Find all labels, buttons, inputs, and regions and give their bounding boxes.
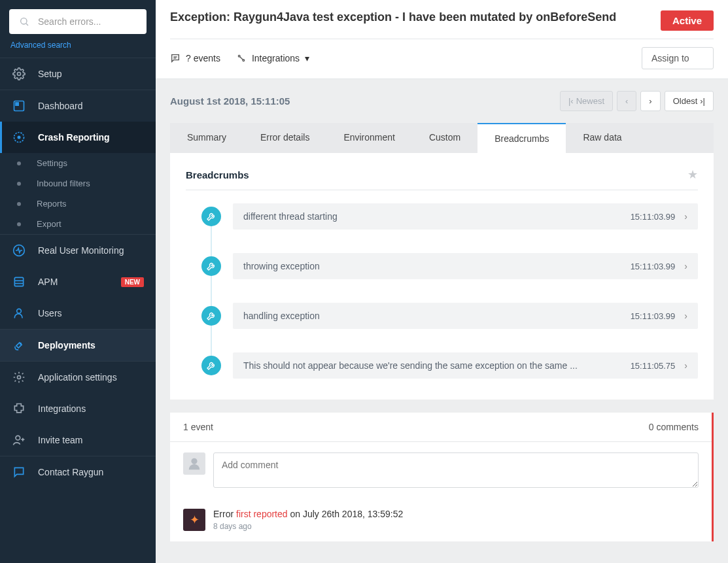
breadcrumb-item[interactable]: different thread starting 15:11:03.99 ›	[233, 203, 698, 230]
advanced-search-link[interactable]: Advanced search	[0, 38, 156, 58]
tab-error-details[interactable]: Error details	[243, 123, 326, 153]
avatar	[183, 452, 205, 475]
tab-summary[interactable]: Summary	[170, 123, 243, 153]
sidebar-item-deployments[interactable]: Deployments	[0, 330, 156, 361]
breadcrumb-time: 15:11:05.75	[631, 361, 676, 371]
tab-custom[interactable]: Custom	[412, 123, 477, 153]
sidebar-sub-settings[interactable]: Settings	[0, 153, 156, 173]
timeline-line	[211, 215, 212, 367]
sidebar-item-crash-reporting[interactable]: Crash Reporting	[0, 122, 156, 153]
sidebar-item-users[interactable]: Users	[0, 298, 156, 329]
sidebar-item-label: Contact Raygun	[38, 467, 103, 477]
tab-raw-data[interactable]: Raw data	[566, 123, 638, 153]
sidebar-sub-reports[interactable]: Reports	[0, 194, 156, 214]
dot-icon	[17, 182, 21, 186]
chevron-right-icon: ›	[684, 360, 687, 371]
assign-to-select[interactable]: Assign to	[642, 47, 714, 69]
new-badge: NEW	[121, 277, 144, 287]
event-ago: 8 days ago	[213, 522, 403, 531]
dot-icon	[17, 222, 21, 226]
sidebar-item-invite[interactable]: Invite team	[0, 424, 156, 456]
tabs: Summary Error details Environment Custom…	[170, 123, 714, 153]
events-toggle[interactable]: ? events	[170, 53, 220, 63]
comments-panel: 1 event 0 comments ✦ Error first reporte…	[170, 413, 714, 541]
wrench-icon	[201, 256, 221, 276]
dot-icon	[17, 162, 21, 165]
breadcrumb-item[interactable]: throwing exception 15:11:03.99 ›	[233, 253, 698, 279]
sidebar-item-rum[interactable]: Real User Monitoring	[0, 235, 156, 266]
status-pill[interactable]: Active	[661, 10, 714, 31]
first-icon: |‹	[568, 96, 574, 106]
prev-button: ‹	[617, 91, 636, 111]
wrench-icon	[201, 207, 221, 226]
puzzle-icon	[12, 401, 26, 416]
header: Exception: Raygun4Java test exception - …	[156, 0, 728, 79]
sidebar-item-label: Invite team	[38, 435, 82, 445]
wrench-icon	[201, 356, 221, 375]
sidebar-item-app-settings[interactable]: Application settings	[0, 362, 156, 393]
breadcrumb-row: This should not appear because we're sen…	[201, 352, 698, 379]
sidebar: Advanced search Setup Dashboard Crash	[0, 0, 156, 563]
sidebar-item-contact[interactable]: Contact Raygun	[0, 456, 156, 488]
last-icon: ›|	[700, 96, 705, 106]
first-reported-link[interactable]: first reported	[236, 509, 288, 519]
comment-count: 0 comments	[649, 422, 699, 432]
search-input[interactable]	[38, 16, 152, 27]
dot-icon	[17, 202, 21, 206]
newest-button: |‹ Newest	[560, 91, 613, 111]
sidebar-item-dashboard[interactable]: Dashboard	[0, 90, 156, 122]
users-icon	[12, 306, 26, 320]
breadcrumb-row: handling exception 15:11:03.99 ›	[201, 303, 698, 329]
raygun-icon: ✦	[183, 509, 205, 531]
breadcrumbs-panel: Breadcrumbs ★ different thread starting …	[170, 153, 714, 400]
next-button[interactable]: ›	[640, 91, 660, 111]
tab-breadcrumbs[interactable]: Breadcrumbs	[477, 123, 566, 153]
svg-point-0	[21, 18, 27, 24]
sidebar-item-apm[interactable]: APM NEW	[0, 266, 156, 298]
svg-point-22	[191, 458, 197, 464]
oldest-button[interactable]: Oldest ›|	[665, 91, 714, 111]
layers-icon	[12, 275, 26, 289]
sidebar-item-label: Dashboard	[38, 101, 83, 111]
sidebar-item-label: Integrations	[38, 403, 86, 414]
chevron-left-icon: ‹	[625, 96, 628, 106]
sidebar-item-integrations[interactable]: Integrations	[0, 393, 156, 424]
event-text: Error first reported on July 26th 2018, …	[213, 509, 403, 519]
svg-line-21	[240, 57, 243, 60]
chevron-right-icon: ›	[684, 211, 687, 222]
chevron-right-icon: ›	[649, 96, 651, 106]
breadcrumb-item[interactable]: This should not appear because we're sen…	[233, 352, 698, 379]
chevron-right-icon: ›	[684, 261, 687, 271]
svg-point-13	[18, 376, 21, 379]
svg-rect-4	[16, 103, 18, 105]
breadcrumb-item[interactable]: handling exception 15:11:03.99 ›	[233, 303, 698, 329]
dashboard-icon	[12, 99, 26, 113]
breadcrumb-row: throwing exception 15:11:03.99 ›	[201, 253, 698, 279]
page-title: Exception: Raygun4Java test exception - …	[170, 10, 651, 24]
breadcrumb-message: different thread starting	[243, 211, 621, 222]
search-box[interactable]	[9, 9, 147, 34]
gear-icon	[12, 370, 26, 384]
sidebar-sub-export[interactable]: Export	[0, 214, 156, 234]
comment-input[interactable]	[213, 452, 699, 488]
integrations-dropdown[interactable]: Integrations ▾	[236, 53, 309, 63]
main-content: Exception: Raygun4Java test exception - …	[156, 0, 728, 563]
sidebar-item-setup[interactable]: Setup	[0, 58, 156, 90]
svg-point-20	[243, 60, 245, 61]
chevron-right-icon: ›	[684, 311, 687, 321]
chevron-down-icon: ▾	[305, 53, 309, 63]
breadcrumb-time: 15:11:03.99	[631, 262, 676, 271]
breadcrumb-time: 15:11:03.99	[631, 212, 676, 222]
comment-icon	[170, 53, 181, 63]
tab-environment[interactable]: Environment	[326, 123, 412, 153]
star-icon[interactable]: ★	[687, 167, 698, 182]
svg-point-12	[20, 343, 22, 345]
sidebar-sub-inbound-filters[interactable]: Inbound filters	[0, 173, 156, 194]
sidebar-item-label: Users	[38, 308, 62, 318]
svg-point-2	[18, 73, 21, 76]
breadcrumb-message: handling exception	[243, 311, 621, 321]
sidebar-item-label: Deployments	[38, 340, 95, 350]
breadcrumb-row: different thread starting 15:11:03.99 ›	[201, 203, 698, 230]
sidebar-item-label: Crash Reporting	[38, 132, 110, 143]
target-icon	[12, 130, 26, 145]
